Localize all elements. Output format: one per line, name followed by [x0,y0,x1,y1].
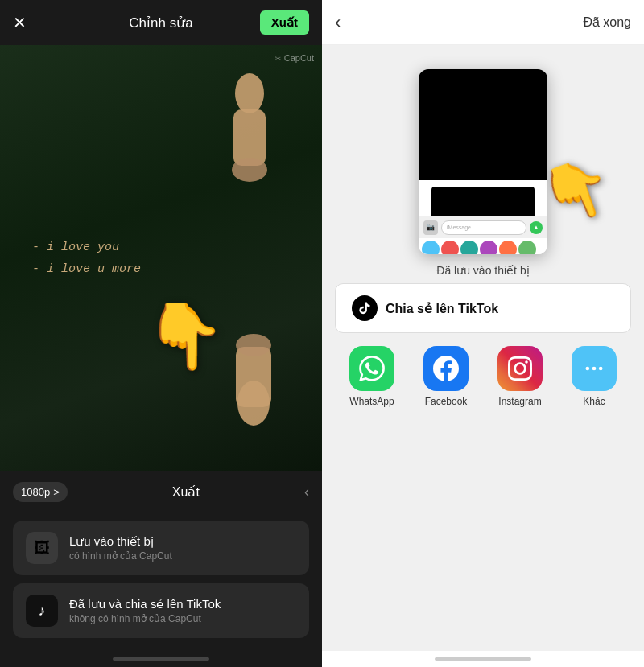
left-header: ✕ Chỉnh sửa Xuất [0,0,322,45]
avatar-4 [480,241,497,254]
instagram-share-item[interactable]: Instagram [497,346,543,407]
social-grid: WhatsApp Facebook Instagram [322,333,644,414]
left-home-indicator [0,651,322,667]
tiktok-share-button[interactable]: Chia sẻ lên TikTok [335,283,631,333]
right-header: ‹ Đã xong [322,0,644,45]
more-label: Khác [583,396,605,407]
right-done-button[interactable]: Đã xong [583,15,631,30]
imessage-bar: 📷 iMessage ▲ [419,216,547,238]
video-text-overlay: - i love you - i love u more [32,237,141,280]
save-tiktok-icon: ♪ [26,595,58,627]
imessage-input: iMessage [441,220,526,235]
save-device-title: Lưu vào thiết bị [69,534,172,549]
close-button[interactable]: ✕ [13,13,27,32]
phone-mockup-area: 📷 iMessage ▲ [322,45,644,254]
phone-screen-top-black [419,69,547,180]
bottom-export-label: Xuất [172,484,200,500]
tiktok-icon [352,295,378,321]
left-home-bar [113,657,209,661]
more-icon [572,346,617,391]
facebook-share-item[interactable]: Facebook [423,346,469,407]
svg-point-7 [592,367,597,371]
whatsapp-icon [349,346,394,391]
bottom-toolbar: 1080p > Xuất ‹ [0,471,322,513]
share-avatars-row [419,238,547,254]
svg-point-8 [599,367,603,371]
whatsapp-label: WhatsApp [349,396,394,407]
avatar-3 [460,241,478,254]
imessage-send-button: ▲ [530,221,543,234]
capcut-watermark: ✂ CapCut [275,53,314,63]
avatar-2 [441,241,459,254]
avatar-6 [518,241,536,254]
avatar-5 [499,241,517,254]
bottom-chevron-icon: ‹ [304,484,309,500]
facebook-label: Facebook [425,396,468,407]
whatsapp-share-item[interactable]: WhatsApp [349,346,394,407]
right-home-bar [435,657,531,661]
imessage-camera-icon: 📷 [423,220,438,235]
svg-point-6 [586,367,590,371]
save-tiktok-title: Đã lưu và chia sẻ lên TikTok [69,597,221,611]
instagram-label: Instagram [498,396,541,407]
save-device-subtitle: có hình mở của CapCut [69,550,172,562]
right-back-button[interactable]: ‹ [335,12,341,33]
facebook-icon [423,346,469,391]
save-options-container: 🖼 Lưu vào thiết bị có hình mở của CapCut… [0,513,322,651]
editor-title: Chỉnh sửa [129,14,192,31]
phone-screen-preview: 📷 iMessage ▲ [419,69,547,254]
phone-screen-bottom: 📷 iMessage ▲ [419,187,547,254]
save-tiktok-subtitle: không có hình mở của CapCut [69,613,221,624]
right-content: 📷 iMessage ▲ [322,45,644,651]
instagram-icon [497,346,543,391]
save-device-icon: 🖼 [26,532,58,564]
video-preview: ✂ CapCut - i love you - i love u more [0,45,322,471]
avatar-1 [422,241,440,254]
export-button[interactable]: Xuất [260,10,309,35]
save-to-device-option[interactable]: 🖼 Lưu vào thiết bị có hình mở của CapCut [13,521,309,575]
more-share-item[interactable]: Khác [572,346,617,407]
saved-status-text: Đã lưu vào thiết bị [322,254,644,283]
left-panel: ✕ Chỉnh sửa Xuất ✂ CapCut - i love you -… [0,0,322,667]
save-tiktok-option[interactable]: ♪ Đã lưu và chia sẻ lên TikTok không có … [13,583,309,638]
right-home-indicator [322,651,644,667]
resolution-selector[interactable]: 1080p > [13,482,68,502]
tiktok-share-label: Chia sẻ lên TikTok [386,301,498,316]
right-panel: ‹ Đã xong 📷 iMessage ▲ [322,0,644,667]
